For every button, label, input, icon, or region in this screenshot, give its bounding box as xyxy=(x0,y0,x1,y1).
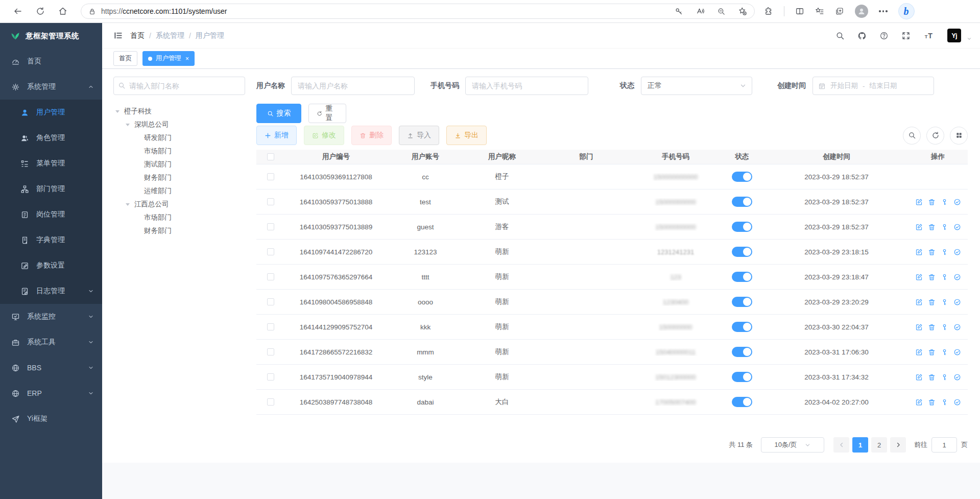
browser-back-button[interactable] xyxy=(10,4,26,19)
page-2-button[interactable]: 2 xyxy=(871,437,887,453)
reset-password-icon[interactable] xyxy=(941,298,948,306)
edit-row-icon[interactable] xyxy=(915,348,923,356)
row-checkbox[interactable] xyxy=(267,198,274,205)
tree-node[interactable]: 测试部门 xyxy=(113,158,245,171)
reset-password-icon[interactable] xyxy=(941,198,948,206)
reset-password-icon[interactable] xyxy=(941,373,948,381)
page-size-select[interactable]: 10条/页 xyxy=(761,437,824,453)
delete-row-icon[interactable] xyxy=(928,348,936,356)
caret-down-icon[interactable] xyxy=(126,124,130,126)
url-text[interactable]: https://ccnetcore.com:1101/system/user xyxy=(101,7,675,15)
delete-button[interactable]: 删除 xyxy=(351,126,392,145)
delete-row-icon[interactable] xyxy=(928,323,936,331)
export-button[interactable]: 导出 xyxy=(446,126,487,145)
sidebar-item-menu-mgmt[interactable]: 菜单管理 xyxy=(0,151,102,176)
assign-role-icon[interactable] xyxy=(953,198,961,206)
tree-node[interactable]: 运维部门 xyxy=(113,184,245,198)
status-toggle[interactable] xyxy=(732,322,752,332)
row-checkbox[interactable] xyxy=(267,398,274,406)
status-toggle[interactable] xyxy=(732,172,752,182)
assign-role-icon[interactable] xyxy=(953,348,961,356)
tree-node[interactable]: 市场部门 xyxy=(113,145,245,158)
reset-password-icon[interactable] xyxy=(941,398,948,406)
row-checkbox[interactable] xyxy=(267,298,274,305)
edit-row-icon[interactable] xyxy=(915,198,923,206)
github-icon[interactable] xyxy=(857,31,867,40)
assign-role-icon[interactable] xyxy=(953,323,961,331)
row-checkbox[interactable] xyxy=(267,348,274,355)
assign-role-icon[interactable] xyxy=(953,398,961,406)
select-all-checkbox[interactable] xyxy=(267,153,274,160)
bing-copilot-icon[interactable]: b xyxy=(898,3,915,19)
sidebar-item-dept-mgmt[interactable]: 部门管理 xyxy=(0,176,102,202)
reset-password-icon[interactable] xyxy=(941,323,948,331)
status-toggle[interactable] xyxy=(732,297,752,307)
edit-row-icon[interactable] xyxy=(915,373,923,381)
breadcrumb-home[interactable]: 首页 xyxy=(130,31,145,40)
sidebar-item-role-mgmt[interactable]: 角色管理 xyxy=(0,125,102,151)
read-aloud-icon[interactable] xyxy=(696,7,705,16)
assign-role-icon[interactable] xyxy=(953,298,961,306)
column-settings-button[interactable] xyxy=(950,127,968,145)
tree-node[interactable]: 江西总公司 xyxy=(113,198,245,211)
toggle-search-button[interactable] xyxy=(903,127,921,145)
reset-password-icon[interactable] xyxy=(941,348,948,356)
import-button[interactable]: 导入 xyxy=(399,126,439,145)
tree-node[interactable]: 研发部门 xyxy=(113,131,245,145)
status-toggle[interactable] xyxy=(732,197,752,207)
search-icon[interactable] xyxy=(835,31,845,40)
tree-node[interactable]: 橙子科技 xyxy=(113,105,245,118)
status-toggle[interactable] xyxy=(732,372,752,382)
status-select[interactable]: 正常 xyxy=(641,77,752,95)
tree-node[interactable]: 财务部门 xyxy=(113,171,245,184)
tag-home[interactable]: 首页 xyxy=(113,51,137,66)
date-range-picker[interactable]: 开始日期 - 结束日期 xyxy=(812,77,934,95)
row-checkbox[interactable] xyxy=(267,223,274,230)
sidebar-item-post-mgmt[interactable]: 岗位管理 xyxy=(0,202,102,227)
phone-input[interactable] xyxy=(465,77,588,95)
caret-down-icon[interactable] xyxy=(126,203,130,206)
row-checkbox[interactable] xyxy=(267,373,274,381)
avatar-dropdown-caret-icon[interactable] xyxy=(967,36,972,41)
sidebar-item-system-tools[interactable]: 系统工具 xyxy=(0,329,102,355)
fullscreen-icon[interactable] xyxy=(901,31,911,40)
sidebar-item-system[interactable]: 系统管理 xyxy=(0,74,102,100)
row-checkbox[interactable] xyxy=(267,173,274,180)
sidebar-item-param-settings[interactable]: 参数设置 xyxy=(0,253,102,278)
delete-row-icon[interactable] xyxy=(928,273,936,281)
sidebar-item-dict-mgmt[interactable]: 字典管理 xyxy=(0,227,102,253)
browser-profile-avatar[interactable] xyxy=(855,5,868,18)
edit-row-icon[interactable] xyxy=(915,398,923,406)
extensions-icon[interactable] xyxy=(764,7,773,16)
delete-row-icon[interactable] xyxy=(928,398,936,406)
search-button[interactable]: 搜索 xyxy=(256,104,301,123)
reset-password-icon[interactable] xyxy=(941,223,948,231)
assign-role-icon[interactable] xyxy=(953,248,961,256)
browser-home-button[interactable] xyxy=(55,4,70,19)
collections-icon[interactable] xyxy=(835,7,844,16)
row-checkbox[interactable] xyxy=(267,273,274,280)
delete-row-icon[interactable] xyxy=(928,373,936,381)
reset-password-icon[interactable] xyxy=(941,273,948,281)
goto-page-input[interactable] xyxy=(931,437,957,453)
status-toggle[interactable] xyxy=(732,397,752,407)
browser-menu-icon[interactable] xyxy=(879,10,888,12)
edit-row-icon[interactable] xyxy=(915,323,923,331)
modify-button[interactable]: 修改 xyxy=(304,126,344,145)
close-tag-icon[interactable]: × xyxy=(185,55,189,62)
favorites-icon[interactable] xyxy=(815,7,824,16)
refresh-table-button[interactable] xyxy=(926,127,944,145)
status-toggle[interactable] xyxy=(732,222,752,232)
sidebar-item-bbs[interactable]: BBS xyxy=(0,355,102,381)
status-toggle[interactable] xyxy=(732,347,752,357)
edit-row-icon[interactable] xyxy=(915,248,923,256)
edit-row-icon[interactable] xyxy=(915,273,923,281)
user-avatar[interactable]: Yj xyxy=(947,29,961,42)
sidebar-item-erp[interactable]: ERP xyxy=(0,381,102,406)
delete-row-icon[interactable] xyxy=(928,198,936,206)
edit-row-icon[interactable] xyxy=(915,298,923,306)
edit-row-icon[interactable] xyxy=(915,223,923,231)
sidebar-item-log-mgmt[interactable]: 日志管理 xyxy=(0,278,102,304)
sidebar-collapse-icon[interactable] xyxy=(113,31,123,40)
split-screen-icon[interactable] xyxy=(795,7,804,16)
